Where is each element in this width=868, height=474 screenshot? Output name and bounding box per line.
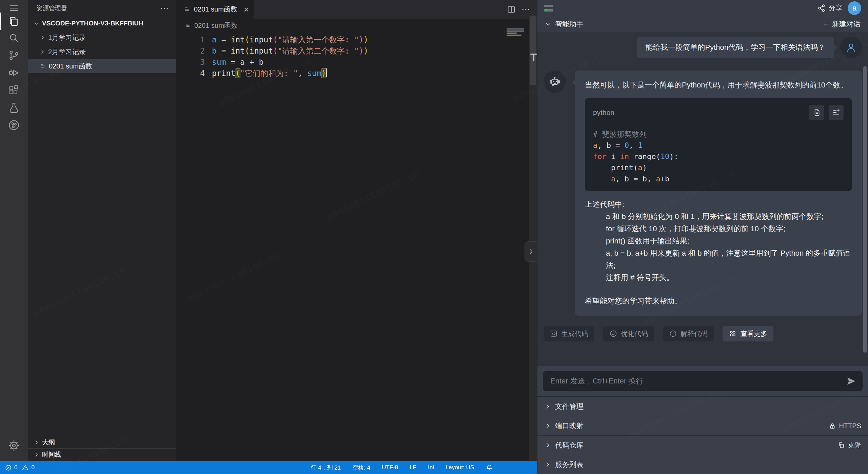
outline-section[interactable]: 大纲 [28,436,176,448]
bell-icon[interactable] [486,464,493,471]
share-icon [817,4,826,13]
chat-input[interactable] [543,377,863,386]
copy-code-button[interactable] [809,105,824,120]
chevron-right-icon [528,248,534,255]
share-label: 分享 [829,3,842,13]
list-file-icon [39,63,46,70]
tree-item-february[interactable]: 2月学习记录 [28,45,176,59]
code-icon [550,330,558,338]
explain-code-button[interactable]: 解释代码 [663,326,714,341]
chevron-right-icon [544,403,551,410]
user-avatar-badge[interactable]: a [848,1,861,15]
chevron-down-icon[interactable] [545,21,552,27]
explanation-item: for 循环迭代 10 次，打印斐波那契数列的前 10 个数字; [585,223,852,235]
explanation-item: a, b = b, a+b 用来更新 a 和 b 的值，注意这里用到了 Pyth… [585,247,852,272]
chevron-right-icon [33,452,39,458]
optimize-code-button[interactable]: 优化代码 [603,326,654,341]
see-more-button[interactable]: 查看更多 [723,326,773,341]
timeline-section[interactable]: 时间线 [28,448,176,460]
tab-close-icon[interactable]: × [244,6,249,13]
check-circle-icon [609,330,617,338]
new-chat-label: 新建对话 [832,19,861,29]
assistant-panel: 分享 a 智能助手 新建对话 能给我一段简单的Python代码，学习一下相关语法… [537,0,868,474]
chevron-down-icon [33,20,39,26]
panel-sections: 文件管理 端口映射 HTTPS 代码仓库 克隆 服务列表 [537,396,868,474]
editor-scrollbar[interactable] [529,0,537,461]
search-icon[interactable] [6,30,22,46]
code-lines[interactable]: a = int(input("请输入第一个数字: "))b = int(inpu… [212,34,368,79]
clone-badge[interactable]: 克隆 [837,441,861,450]
code-area[interactable]: 1 2 3 4 a = int(input("请输入第一个数字: "))b = … [176,34,537,79]
tree-item-sum-file[interactable]: 0201 sum函数 [28,59,176,73]
problems-status[interactable]: 0 0 [5,461,35,474]
tree-item-label: 0201 sum函数 [49,62,92,71]
keyboard-layout[interactable]: Layout: US [446,464,474,471]
https-badge[interactable]: HTTPS [829,422,861,430]
eol[interactable]: LF [410,464,416,471]
cursor-position[interactable]: 行 4，列 21 [311,464,341,472]
chat-code-lines: # 斐波那契数列a, b = 0, 1for i in range(10): p… [593,128,844,184]
explanation-item: print() 函数用于输出结果; [585,235,852,247]
explorer-more-icon[interactable]: ⋯ [160,6,170,10]
minimap[interactable] [507,28,526,37]
editor-area: 0201 sum函数 × ⋯ 0201 sum函数 1 2 3 4 a = in… [176,0,537,461]
root-folder-label: VSCODE-PYTHON-V3-BKFFBIUH [42,20,143,27]
extensions-icon[interactable] [6,82,22,99]
testing-icon[interactable] [6,99,22,116]
assistant-closing-text: 希望能对您的学习带来帮助。 [585,295,852,307]
list-file-icon [184,6,191,13]
source-control-icon[interactable] [6,47,22,63]
split-editor-icon[interactable] [507,5,516,14]
robot-icon [547,74,562,89]
chat-scrollbar-thumb[interactable] [863,66,867,353]
tree-item-label: 1月学习记录 [48,33,86,42]
section-file-management[interactable]: 文件管理 [537,397,868,416]
language-mode[interactable]: Ini [428,464,434,471]
panel-expand-button[interactable] [525,241,537,262]
error-icon [5,464,12,471]
remote-explorer-icon[interactable] [6,117,22,133]
section-port-mapping[interactable]: 端口映射 HTTPS [537,416,868,435]
ide-window: 资源管理器 ⋯ VSCODE-PYTHON-V3-BKFFBIUH 1月学习记录… [0,0,868,474]
explorer-title: 资源管理器 [37,4,160,12]
encoding[interactable]: UTF-8 [382,464,398,471]
tab-label: 0201 sum函数 [194,5,240,14]
quick-actions: 生成代码 优化代码 解释代码 查看更多 [544,326,862,341]
chevron-right-icon [33,439,39,446]
explorer-sidebar: 资源管理器 ⋯ VSCODE-PYTHON-V3-BKFFBIUH 1月学习记录… [28,0,177,461]
status-bar: 0 0 行 4，列 21 空格: 4 UTF-8 LF Ini Layout: … [0,461,537,474]
share-button[interactable]: 分享 [817,3,842,13]
editor-scrollbar-thumb[interactable] [530,16,536,85]
new-chat-button[interactable]: 新建对话 [823,19,861,29]
editor-toolbar: ⋯ [507,0,531,19]
explorer-header: 资源管理器 ⋯ [28,0,176,16]
explorer-icon[interactable] [6,13,22,29]
insert-code-button[interactable] [829,105,844,120]
settings-gear-icon[interactable] [6,437,22,454]
section-code-repository[interactable]: 代码仓库 克隆 [537,435,868,455]
user-message-row: 能给我一段简单的Python代码，学习一下相关语法吗？ [544,37,862,58]
explanation-title: 上述代码中: [585,198,852,211]
activity-bar [0,0,28,461]
tree-item-january[interactable]: 1月学习记录 [28,31,176,45]
warning-count: 0 [31,464,34,471]
tab-bar: 0201 sum函数 × ⋯ [176,0,537,19]
clone-icon [837,441,845,449]
chat-area: 能给我一段简单的Python代码，学习一下相关语法吗？ [537,32,868,366]
chevron-right-icon [544,442,551,449]
exclamation-circle-icon [669,330,677,338]
tab-sum-file[interactable]: 0201 sum函数 × [176,0,254,19]
panel-menu-icon[interactable] [544,5,553,12]
assistant-title: 智能助手 [555,19,819,29]
breadcrumb-label: 0201 sum函数 [194,21,238,30]
section-service-list[interactable]: 服务列表 [537,455,868,474]
tree-root-folder[interactable]: VSCODE-PYTHON-V3-BKFFBIUH [28,16,176,31]
assistant-message-bubble: 当然可以，以下是一个简单的Python代码，用于求解斐波那契数列的前10个数。 … [575,71,862,316]
outline-label: 大纲 [42,438,55,447]
user-message-bubble: 能给我一段简单的Python代码，学习一下相关语法吗？ [637,37,834,58]
run-debug-icon[interactable] [6,65,22,81]
generate-code-button[interactable]: 生成代码 [544,326,594,341]
breadcrumb[interactable]: 0201 sum函数 [176,19,537,32]
indentation[interactable]: 空格: 4 [352,464,370,472]
send-icon[interactable] [846,376,856,386]
